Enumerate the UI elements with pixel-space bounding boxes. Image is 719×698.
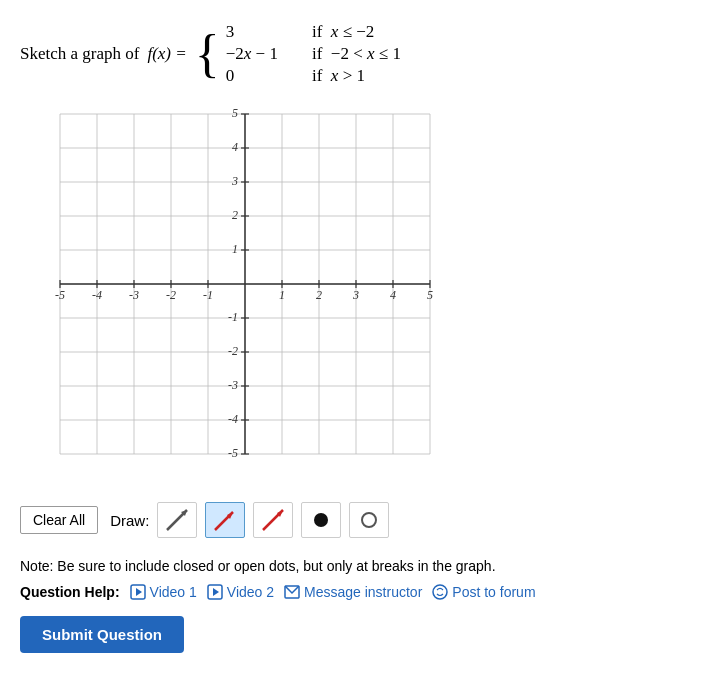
clear-all-button[interactable]: Clear All (20, 506, 98, 534)
video2-label: Video 2 (227, 584, 274, 600)
submit-question-button[interactable]: Submit Question (20, 616, 184, 653)
video2-link[interactable]: Video 2 (207, 584, 274, 600)
tool-line-button[interactable] (157, 502, 197, 538)
segment-red-tool-icon (259, 506, 287, 534)
svg-marker-9 (136, 588, 142, 596)
post-forum-label: Post to forum (452, 584, 535, 600)
open-dot-tool-icon (355, 506, 383, 534)
message-instructor-label: Message instructor (304, 584, 422, 600)
tool-closed-dot-button[interactable] (301, 502, 341, 538)
question-help-label: Question Help: (20, 584, 120, 600)
case-cond-3: if x > 1 (312, 66, 401, 86)
line-tool-icon (163, 506, 191, 534)
video1-label: Video 1 (150, 584, 197, 600)
draw-label: Draw: (110, 512, 149, 529)
forum-icon (432, 584, 448, 600)
question-help-bar: Question Help: Video 1 Video 2 Message i… (20, 584, 699, 600)
brace-symbol: { (195, 28, 220, 80)
case-value-3: 0 (226, 66, 310, 86)
graph-canvas[interactable] (20, 104, 440, 484)
case-value-1: 3 (226, 22, 310, 42)
video1-play-icon (130, 584, 146, 600)
case-row-3: 0 if x > 1 (226, 66, 401, 86)
case-cond-2: if −2 < x ≤ 1 (312, 44, 401, 64)
case-row-1: 3 if x ≤ −2 (226, 22, 401, 42)
svg-point-7 (362, 513, 376, 527)
cases-table: 3 if x ≤ −2 −2x − 1 if −2 < x ≤ 1 0 if x… (224, 20, 403, 88)
svg-marker-11 (213, 588, 219, 596)
video1-link[interactable]: Video 1 (130, 584, 197, 600)
message-instructor-link[interactable]: Message instructor (284, 584, 422, 600)
video2-play-icon (207, 584, 223, 600)
tool-segment-red-button[interactable] (253, 502, 293, 538)
tool-open-dot-button[interactable] (349, 502, 389, 538)
question-prefix: Sketch a graph of (20, 44, 139, 64)
case-row-2: −2x − 1 if −2 < x ≤ 1 (226, 44, 401, 64)
note-text: Note: Be sure to include closed or open … (20, 558, 699, 574)
case-cond-1: if x ≤ −2 (312, 22, 401, 42)
graph-container[interactable] (20, 104, 440, 484)
tool-ray-red-button[interactable] (205, 502, 245, 538)
ray-red-tool-icon (211, 506, 239, 534)
case-value-2: −2x − 1 (226, 44, 310, 64)
closed-dot-tool-icon (307, 506, 335, 534)
svg-point-6 (314, 513, 328, 527)
mail-icon (284, 584, 300, 600)
question-text: Sketch a graph of f(x) = { 3 if x ≤ −2 −… (20, 20, 699, 88)
post-forum-link[interactable]: Post to forum (432, 584, 535, 600)
svg-point-13 (433, 585, 447, 599)
toolbar: Clear All Draw: (20, 498, 699, 542)
piecewise-brace: { 3 if x ≤ −2 −2x − 1 if −2 < x ≤ 1 0 if… (195, 20, 403, 88)
fx-label: f(x) = (147, 44, 186, 64)
